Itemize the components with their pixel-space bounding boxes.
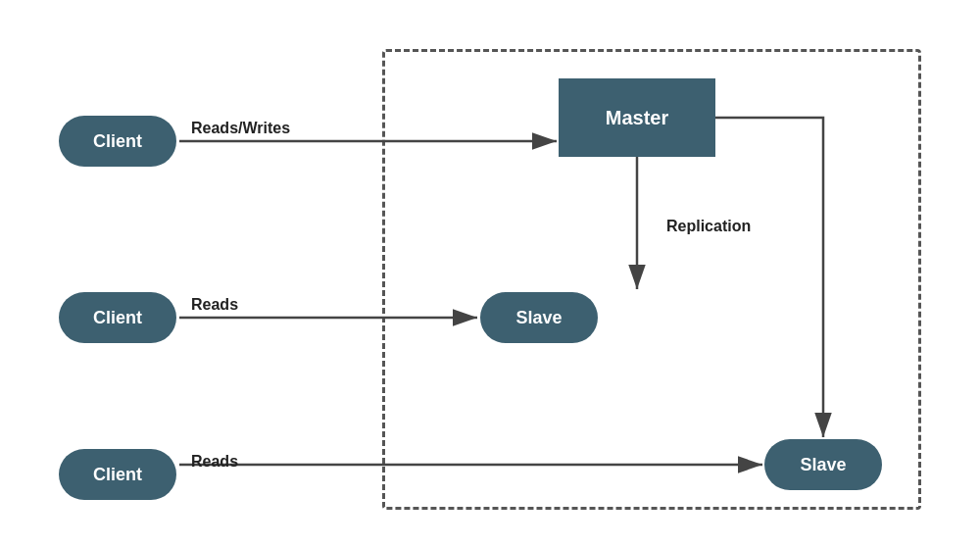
client-node-3: Client bbox=[59, 449, 176, 500]
slave-node-1: Slave bbox=[480, 292, 598, 343]
label-reads-writes: Reads/Writes bbox=[191, 120, 290, 137]
master-node: Master bbox=[559, 78, 715, 157]
client-node-2: Client bbox=[59, 292, 176, 343]
label-reads-2: Reads bbox=[191, 453, 238, 471]
label-reads-1: Reads bbox=[191, 296, 238, 314]
diagram-container: Client Client Client Master Slave Slave … bbox=[0, 0, 980, 547]
slave-node-2: Slave bbox=[764, 439, 882, 490]
label-replication: Replication bbox=[666, 218, 751, 235]
client-node-1: Client bbox=[59, 116, 176, 167]
